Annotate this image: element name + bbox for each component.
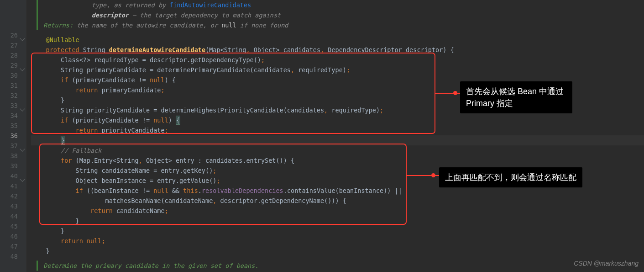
code-line[interactable]: } [31, 246, 644, 256]
doc-summary: Determine the primary candidate in the g… [43, 262, 258, 269]
line-number: 39 [0, 161, 18, 171]
code-editor[interactable]: type, as returned by findAutowireCandida… [26, 0, 644, 272]
line-number: 46 [0, 231, 18, 241]
fold-marker-icon[interactable] [20, 176, 25, 181]
fold-marker-icon[interactable] [20, 66, 25, 71]
doc-param-desc: – the target dependency to match against [129, 11, 281, 19]
line-number: 28 [0, 50, 18, 60]
callout-dot-icon [431, 173, 435, 177]
fold-marker-icon[interactable] [20, 36, 25, 41]
doc-text: type, as returned by [92, 1, 170, 9]
line-number: 30 [0, 70, 18, 80]
line-number: 26 [0, 30, 18, 40]
line-number: 27 [0, 40, 18, 50]
javadoc-block: type, as returned by findAutowireCandida… [37, 0, 644, 30]
code-line[interactable]: return candidateName; [31, 206, 644, 216]
matched-brace: } [61, 136, 65, 145]
line-number: 38 [0, 151, 18, 161]
line-number: 34 [0, 111, 18, 121]
line-number: 48 [0, 251, 18, 261]
code-line[interactable]: } [31, 216, 644, 226]
line-number: 47 [0, 241, 18, 251]
watermark: CSDN @markuszhang [574, 258, 639, 268]
annotation-callout-2: 上面再匹配不到，则会通过名称匹配 [439, 167, 582, 187]
line-number: 33 [0, 101, 18, 111]
line-number: 31 [0, 80, 18, 91]
code-line[interactable]: String primaryCandidate = determinePrima… [31, 65, 644, 75]
code-line[interactable]: return null; [31, 236, 644, 246]
line-number: 29 [0, 60, 18, 70]
doc-param-name: descriptor [92, 11, 129, 19]
line-number-current: 36 [0, 131, 18, 141]
fold-marker-icon[interactable] [20, 146, 25, 151]
code-line[interactable]: @Nullable [31, 35, 644, 45]
callout-dot-icon [453, 91, 457, 95]
code-line-current[interactable]: } [31, 135, 644, 145]
annotation-callout-1: 首先会从候选 Bean 中通过 Primary 指定 [460, 81, 572, 113]
line-number: 35 [0, 121, 18, 131]
line-number: 32 [0, 91, 18, 101]
line-number: 41 [0, 181, 18, 191]
code-line[interactable]: return priorityCandidate; [31, 125, 644, 135]
line-number: 45 [0, 221, 18, 231]
line-number: 43 [0, 201, 18, 211]
code-line[interactable]: matchesBeanName(candidateName, descripto… [31, 196, 644, 206]
doc-null: null [221, 21, 236, 29]
matched-brace: { [176, 116, 180, 125]
line-number-gutter: 26 27 28 29 30 31 32 33 34 35 36 37 38 3… [0, 0, 26, 272]
line-number: 40 [0, 171, 18, 181]
javadoc-block-bottom: Determine the primary candidate in the g… [37, 261, 644, 271]
code-line[interactable]: // Fallback [31, 145, 644, 155]
line-number: 44 [0, 211, 18, 221]
callout-connector-line [407, 175, 441, 176]
line-number: 37 [0, 141, 18, 151]
line-number: 42 [0, 191, 18, 201]
code-line[interactable]: } [31, 226, 644, 236]
doc-returns-label: Returns: [43, 21, 77, 29]
code-line[interactable]: Class<?> requiredType = descriptor.getDe… [31, 55, 644, 65]
code-line[interactable]: protected String determineAutowireCandid… [31, 45, 644, 55]
doc-link[interactable]: findAutowireCandidates [169, 1, 251, 9]
code-line[interactable]: for (Map.Entry<String, Object> entry : c… [31, 155, 644, 165]
code-line[interactable]: if (priorityCandidate != null) { [31, 115, 644, 125]
fold-marker-icon[interactable] [20, 106, 25, 111]
doc-returns-text: the name of the autowire candidate, or [77, 21, 221, 29]
doc-returns-suffix: if none found [236, 21, 288, 29]
